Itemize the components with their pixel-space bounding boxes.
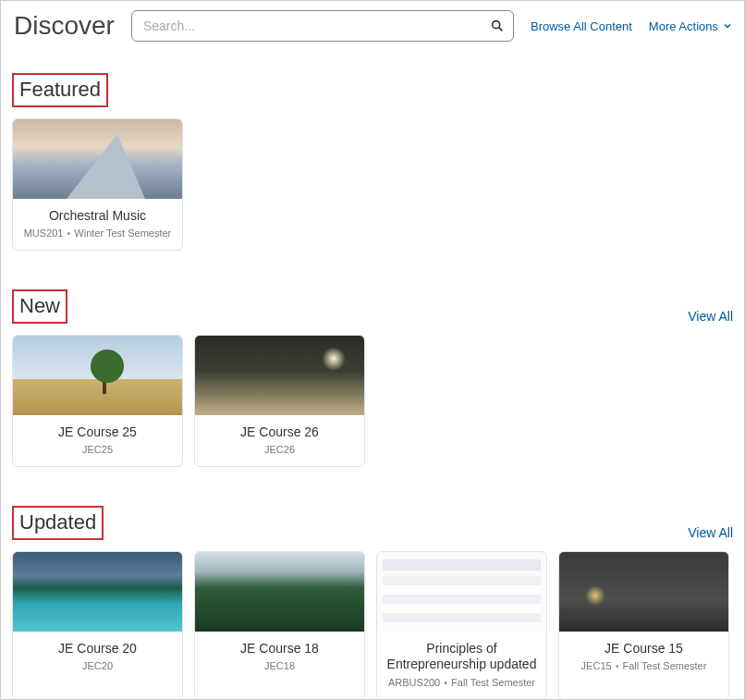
section-header: New View All — [12, 289, 733, 324]
card-title: JE Course 20 — [20, 641, 175, 657]
card-meta: JEC18 — [202, 660, 357, 671]
cards-new: JE Course 25 JEC25 JE Course 26 JEC26 — [12, 335, 733, 468]
card-body: JE Course 20 JEC20 — [13, 632, 182, 683]
section-title-updated: Updated — [12, 506, 104, 540]
section-header: Updated View All — [12, 506, 733, 540]
card-meta: JEC25 — [20, 444, 175, 455]
card-code: JEC25 — [82, 444, 113, 455]
card-body: JE Course 15 JEC15Fall Test Semester — [559, 632, 728, 683]
card-meta: ARBUS200Fall Test Semester — [385, 677, 539, 688]
search-wrap — [131, 10, 514, 42]
card-title: Principles of Entrepreneurship updated — [385, 641, 539, 673]
page-title: Discover — [14, 11, 115, 41]
section-title-featured: Featured — [12, 73, 108, 107]
card-title: Orchestral Music — [20, 208, 175, 225]
course-card[interactable]: Principles of Entrepreneurship updated A… — [376, 551, 547, 700]
course-card[interactable]: Orchestral Music MUS201Winter Test Semes… — [12, 118, 183, 252]
dot-separator — [612, 660, 623, 671]
svg-point-0 — [493, 21, 500, 29]
card-body: JE Course 26 JEC26 — [195, 415, 364, 467]
card-thumbnail — [377, 552, 546, 632]
section-header: Featured — [12, 73, 733, 107]
svg-line-1 — [499, 28, 503, 31]
browse-all-link[interactable]: Browse All Content — [531, 19, 632, 33]
course-card[interactable]: JE Course 26 JEC26 — [194, 335, 365, 468]
card-code: JEC20 — [82, 660, 113, 671]
card-term: Winter Test Semester — [74, 227, 171, 239]
card-title: JE Course 18 — [202, 641, 357, 657]
dot-separator — [440, 677, 451, 688]
card-body: JE Course 25 JEC25 — [13, 415, 182, 467]
more-actions-label: More Actions — [649, 19, 718, 33]
card-meta: MUS201Winter Test Semester — [20, 227, 175, 239]
dot-separator — [63, 227, 74, 239]
header: Discover Browse All Content More Actions — [1, 1, 744, 47]
course-card[interactable]: JE Course 18 JEC18 — [194, 551, 365, 700]
cards-updated: JE Course 20 JEC20 JE Course 18 JEC18 Pr… — [12, 551, 733, 700]
card-title: JE Course 25 — [20, 424, 175, 441]
card-meta: JEC15Fall Test Semester — [567, 660, 721, 671]
chevron-down-icon — [722, 20, 733, 31]
card-title: JE Course 15 — [567, 641, 721, 657]
card-meta: JEC20 — [20, 660, 175, 671]
card-title: JE Course 26 — [202, 424, 357, 441]
card-term: Fall Test Semester — [623, 660, 707, 671]
card-thumbnail — [559, 552, 728, 632]
card-code: JEC26 — [264, 444, 295, 455]
card-code: JEC15 — [581, 660, 612, 671]
card-thumbnail — [195, 336, 364, 415]
more-actions-button[interactable]: More Actions — [649, 19, 733, 33]
view-all-link[interactable]: View All — [688, 525, 733, 540]
card-code: JEC18 — [264, 660, 295, 671]
course-card[interactable]: JE Course 25 JEC25 — [12, 335, 183, 468]
card-thumbnail — [13, 336, 182, 415]
card-meta: JEC26 — [202, 444, 357, 455]
card-thumbnail — [195, 552, 364, 632]
course-card[interactable]: JE Course 20 JEC20 — [12, 551, 183, 700]
card-code: MUS201 — [24, 227, 64, 239]
view-all-link[interactable]: View All — [688, 309, 733, 324]
section-featured: Featured Orchestral Music MUS201Winter T… — [1, 47, 744, 264]
card-body: Principles of Entrepreneurship updated A… — [377, 632, 546, 699]
card-thumbnail — [13, 119, 182, 199]
card-code: ARBUS200 — [388, 677, 440, 688]
card-thumbnail — [13, 552, 182, 632]
card-body: JE Course 18 JEC18 — [195, 632, 364, 683]
search-input[interactable] — [131, 10, 514, 42]
cards-featured: Orchestral Music MUS201Winter Test Semes… — [12, 118, 733, 252]
card-body: Orchestral Music MUS201Winter Test Semes… — [13, 199, 182, 251]
section-title-new: New — [12, 289, 67, 324]
section-new: New View All JE Course 25 JEC25 JE Cours… — [1, 264, 744, 480]
section-updated: Updated View All JE Course 20 JEC20 JE C… — [1, 480, 744, 700]
search-icon[interactable] — [490, 18, 505, 33]
card-term: Fall Test Semester — [451, 677, 535, 688]
course-card[interactable]: JE Course 15 JEC15Fall Test Semester — [558, 551, 729, 700]
